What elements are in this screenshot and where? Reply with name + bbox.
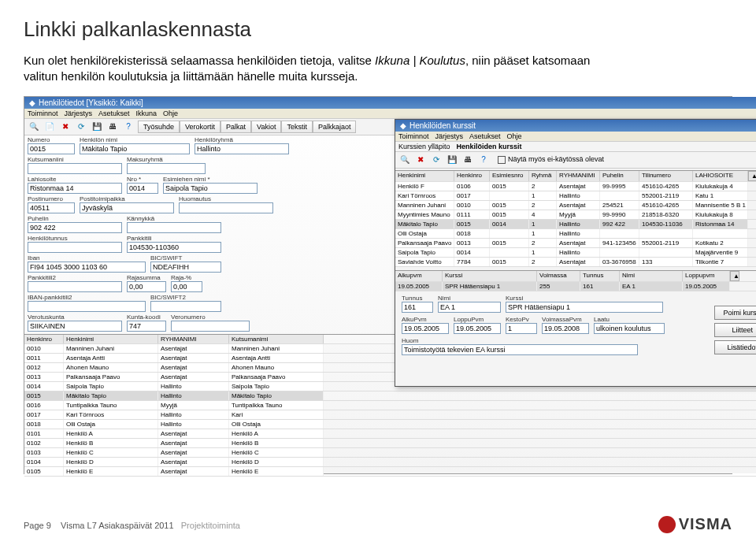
field-raja-%[interactable]: 0,00 (171, 281, 202, 292)
detail-field[interactable]: 19.05.2005 (402, 323, 449, 334)
table-row[interactable]: 0104Henkilö DAsentajatHenkilö D (24, 458, 756, 467)
field-postitoimipaikka[interactable]: Jyväskylä (80, 202, 174, 213)
menu-ohje[interactable]: Ohje (163, 109, 178, 117)
toolbar-btn-palkat[interactable]: Palkat (220, 121, 251, 133)
table-row[interactable]: Saviahde Voitto778400152Asentajat03-3676… (395, 258, 756, 267)
field-kunta-koodi[interactable]: 747 (127, 321, 166, 332)
field-kännykkä[interactable] (127, 222, 221, 233)
field-bic/swift[interactable]: NDEAFIHH (150, 262, 221, 273)
col-header[interactable]: Alkupvm (395, 271, 443, 281)
col-header[interactable]: Voimassa (537, 271, 580, 281)
save-icon[interactable]: 💾 (91, 121, 103, 133)
table-row[interactable]: 0018Olli OstajaHallintoOlli Ostaja (24, 420, 756, 429)
field-bic/swift2[interactable] (150, 301, 221, 312)
table-row[interactable]: 0103Henkilö CAsentajatHenkilö C (24, 448, 756, 458)
toolbar-btn-vakiot[interactable]: Vakiot (251, 121, 281, 133)
menu-asetukset[interactable]: Asetukset (469, 132, 501, 140)
print-icon[interactable]: 🖶 (461, 154, 474, 166)
table-row[interactable]: 0016Tuntipalkka TaunoMyyjäTuntipalkka Ta… (24, 401, 756, 410)
table-row[interactable]: Saipola Tapio00141HallintoMajajärventie … (395, 248, 756, 258)
menu-henkilöiden kurssit[interactable]: Henkilöiden kurssit (457, 143, 522, 150)
table-row[interactable]: 0015Mäkitalo TapioHallintoMäkitalo Tapio (24, 391, 756, 401)
col-header[interactable]: Puhelin (600, 171, 639, 181)
window2-grid-courses[interactable]: AlkupvmKurssiVoimassaTunnusNimiLoppupvm▲… (395, 270, 756, 291)
field-iban[interactable]: FI94 1045 3000 1103 60 (28, 262, 146, 273)
search-icon[interactable]: 🔍 (398, 154, 411, 166)
table-row[interactable]: 19.05.2005SPR Hätäensiapu 1255161EA 119.… (395, 282, 756, 291)
menu-järjestys[interactable]: Järjestys (435, 132, 464, 140)
field-nro *[interactable]: 0014 (127, 183, 158, 194)
col-header[interactable]: LAHIOSOITE (693, 171, 748, 181)
menu-ikkuna[interactable]: Ikkuna (136, 109, 158, 117)
button-poimi-kurssi[interactable]: Poimi kurssi (714, 306, 756, 320)
button-liitteet[interactable]: Liitteet (714, 323, 756, 337)
refresh-icon[interactable]: ⟳ (75, 121, 87, 133)
table-row[interactable]: Henkilö F010600152Asentajat99-9995451610… (395, 182, 756, 191)
scroll-up[interactable]: ▲ (730, 271, 739, 281)
field-kutsumaniini[interactable] (28, 163, 122, 174)
col-header[interactable]: Ryhmä (529, 171, 557, 181)
col-header[interactable]: Nimi (620, 271, 683, 281)
field-puhelin[interactable]: 902 422 (28, 222, 122, 233)
field-lahiosoite[interactable]: Ristonmaa 14 (28, 183, 122, 194)
field-henkilön nimi[interactable]: Mäkitalo Tapio (80, 143, 190, 154)
detail-field[interactable]: ulkoinen koulutus (594, 323, 665, 334)
col-header[interactable]: RYHMANIMI (557, 171, 600, 181)
col-header[interactable]: RYHMANIMI (158, 335, 229, 343)
field-henkilöryhmä[interactable]: Hallinto (195, 143, 289, 154)
col-header[interactable]: Tunnus (580, 271, 620, 281)
menu-järjestys[interactable]: Järjestys (65, 109, 93, 117)
table-row[interactable]: Manninen Juhani001000152Asentajat2545214… (395, 201, 756, 210)
detail-field[interactable]: 1 (506, 323, 537, 334)
col-header[interactable]: Tilinumero (639, 171, 693, 181)
detail-field[interactable]: 161 (402, 302, 433, 313)
detail-field[interactable]: 19.05.2005 (454, 323, 501, 334)
field-huomautus[interactable] (179, 202, 273, 213)
field-veronumero[interactable] (171, 321, 250, 332)
table-row[interactable]: Myyntimies Mauno011100154Myyjä99-9990218… (395, 210, 756, 220)
table-row[interactable]: Mäkitalo Tapio001500141Hallinto992 42210… (395, 220, 756, 229)
show-inactive-checkbox[interactable]: Näytä myös ei-käytössä olevat (498, 155, 604, 164)
col-header[interactable]: Kutsumanimi (229, 335, 324, 343)
menu-kurssien ylläpito[interactable]: Kurssien ylläpito (398, 143, 450, 150)
menu-toiminnot[interactable]: Toiminnot (28, 109, 58, 117)
toolbar-btn-työsuhde[interactable]: Työsuhde (138, 121, 180, 133)
toolbar-btn-verokortit[interactable]: Verokortit (180, 121, 220, 133)
col-header[interactable]: Henkinimi (64, 335, 158, 343)
col-header[interactable]: Loppupvm (683, 271, 730, 281)
window1-menubar[interactable]: ToiminnotJärjestysAsetuksetIkkunaOhje (24, 109, 756, 119)
detail-field[interactable]: EA 1 (438, 302, 501, 313)
table-row[interactable]: Olli Ostaja00181Hallinto (395, 229, 756, 239)
menu-ohje[interactable]: Ohje (507, 132, 522, 140)
menu-toiminnot[interactable]: Toiminnot (398, 132, 429, 140)
search-icon[interactable]: 🔍 (28, 121, 40, 133)
field-iban-pankkitili2[interactable] (28, 301, 146, 312)
scroll-up[interactable]: ▲ (748, 171, 756, 181)
field-numero[interactable]: 0015 (28, 143, 75, 154)
note-field[interactable]: Toimistotyötä tekevien EA kurssi (402, 344, 638, 355)
table-row[interactable]: Palkansaaja Paavo001300152Asentajat941-1… (395, 239, 756, 248)
window2-tabs[interactable]: Kurssien ylläpitoHenkilöiden kurssit (395, 142, 756, 152)
window2-menubar[interactable]: ToiminnotJärjestysAsetuksetOhje (395, 132, 756, 142)
refresh-icon[interactable]: ⟳ (430, 154, 443, 166)
field-maksuryhmä[interactable] (127, 163, 206, 174)
new-icon[interactable]: 📄 (43, 121, 56, 133)
save-icon[interactable]: 💾 (446, 154, 458, 166)
detail-field[interactable]: 19.05.2008 (542, 323, 589, 334)
button-lisätiedot[interactable]: Lisätiedot (714, 340, 756, 354)
table-row[interactable]: 0102Henkilö BAsentajatHenkilö B (24, 439, 756, 448)
table-row[interactable]: 0105Henkilö EAsentajatHenkilö E (24, 467, 756, 477)
field-henkilötunnus[interactable] (28, 242, 122, 253)
table-row[interactable]: Kari Törnroos00171Hallinto552001-2119Kat… (395, 191, 756, 201)
table-row[interactable]: 0101Henkilö AAsentajatHenkilö A (24, 429, 756, 439)
col-header[interactable]: Henkinro (454, 171, 490, 181)
toolbar-btn-palkkajaot[interactable]: Palkkajaot (313, 121, 357, 133)
detail-field[interactable]: SPR Hätäensiapu 1 (506, 302, 663, 313)
field-rajasumma[interactable]: 0,00 (127, 281, 166, 292)
window2-grid-people[interactable]: HenkinimiHenkinroEsimiesnroRyhmäRYHMANIM… (395, 170, 756, 267)
delete-icon[interactable]: ✖ (59, 121, 72, 133)
help-icon[interactable]: ? (477, 154, 490, 166)
table-row[interactable]: 0017Kari TörnroosHallintoKari (24, 410, 756, 420)
col-header[interactable]: Esimiesnro (490, 171, 529, 181)
col-header[interactable]: Henkinimi (395, 171, 454, 181)
